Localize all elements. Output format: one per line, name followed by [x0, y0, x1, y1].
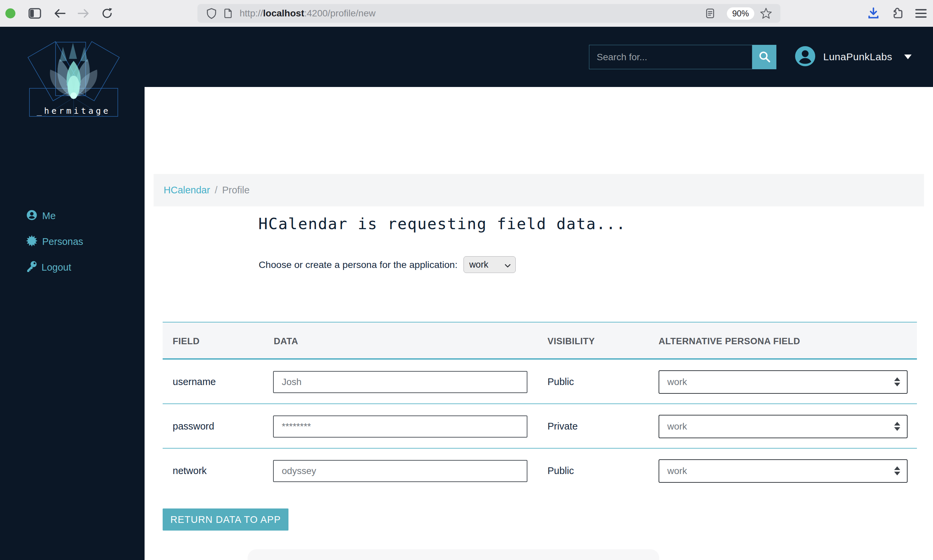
- search-bar: [589, 45, 776, 69]
- alt-persona-value: work: [667, 466, 687, 476]
- persona-select-value: work: [469, 260, 488, 270]
- table-row: username Public work: [163, 360, 917, 404]
- breadcrumb: HCalendar / Profile: [154, 174, 924, 206]
- alt-persona-select[interactable]: work: [659, 459, 908, 483]
- alt-persona-value: work: [667, 377, 687, 388]
- personas-badge-icon: [26, 235, 37, 248]
- persona-select[interactable]: work: [463, 256, 516, 273]
- table-row: network Public work: [163, 449, 917, 493]
- breadcrumb-page: Profile: [222, 185, 249, 196]
- logo-text: _hermitage: [37, 106, 111, 116]
- alt-persona-select[interactable]: work: [659, 415, 908, 438]
- page-icon[interactable]: [221, 4, 236, 23]
- alt-persona-value: work: [667, 421, 687, 432]
- sidebar-item-me[interactable]: Me: [26, 209, 55, 222]
- user-menu[interactable]: LunaPunkLabs: [794, 46, 911, 68]
- avatar-icon: [794, 46, 816, 68]
- column-header-visibility: VISIBILITY: [548, 323, 595, 360]
- breadcrumb-separator: /: [215, 185, 217, 196]
- field-data-input[interactable]: [273, 460, 527, 482]
- select-chevron-icon: [505, 260, 511, 270]
- persona-label: Choose or create a persona for the appli…: [259, 259, 457, 270]
- visibility-value: Public: [548, 449, 574, 493]
- sidebar-item-label: Logout: [42, 262, 71, 273]
- column-header-data: DATA: [274, 323, 298, 360]
- table-header-row: FIELD DATA VISIBILITY ALTERNATIVE PERSON…: [163, 322, 917, 360]
- field-name: password: [173, 404, 214, 449]
- sidebar: _hermitage Me Personas Logout: [0, 27, 145, 560]
- select-sorter-icon: [894, 422, 900, 431]
- sidebar-toggle-icon[interactable]: [25, 0, 44, 27]
- username-label: LunaPunkLabs: [823, 51, 892, 63]
- person-circle-icon: [26, 209, 37, 222]
- shield-icon[interactable]: [202, 4, 221, 23]
- bookmark-star-icon[interactable]: [754, 4, 778, 23]
- sidebar-item-label: Me: [42, 211, 55, 222]
- extensions-icon[interactable]: [887, 0, 908, 27]
- url-text[interactable]: http://localhost:4200/profile/new: [240, 8, 376, 19]
- menu-icon[interactable]: [911, 0, 931, 27]
- zoom-level-badge[interactable]: 90%: [727, 8, 754, 20]
- sidebar-item-label: Personas: [42, 236, 83, 247]
- visibility-value: Private: [548, 404, 577, 449]
- alt-persona-select[interactable]: work: [659, 370, 908, 394]
- return-data-button[interactable]: RETURN DATA TO APP: [163, 508, 288, 531]
- main-content: HCalendar / Profile HCalendar is request…: [145, 87, 933, 560]
- field-table: FIELD DATA VISIBILITY ALTERNATIVE PERSON…: [163, 322, 917, 493]
- forward-icon: [74, 0, 93, 27]
- download-icon[interactable]: [864, 0, 884, 27]
- search-icon: [758, 50, 771, 64]
- field-data-input[interactable]: [273, 415, 527, 438]
- sidebar-item-personas[interactable]: Personas: [26, 235, 83, 248]
- window-traffic-light[interactable]: [5, 8, 15, 18]
- page-title: HCalendar is requesting field data...: [258, 215, 626, 233]
- persona-chooser: Choose or create a persona for the appli…: [259, 256, 516, 273]
- back-icon[interactable]: [50, 0, 69, 27]
- visibility-value: Public: [548, 360, 574, 404]
- select-sorter-icon: [894, 466, 900, 475]
- browser-toolbar: http://localhost:4200/profile/new 90%: [0, 0, 933, 27]
- reload-icon[interactable]: [98, 0, 117, 27]
- select-sorter-icon: [894, 377, 900, 386]
- key-icon: [26, 261, 37, 274]
- column-header-field: FIELD: [173, 323, 200, 360]
- breadcrumb-app-link[interactable]: HCalendar: [164, 185, 210, 196]
- app-window: http://localhost:4200/profile/new 90%: [0, 0, 933, 560]
- caret-down-icon: [904, 54, 911, 59]
- column-header-alt-persona: ALTERNATIVE PERSONA FIELD: [659, 323, 800, 360]
- field-data-input[interactable]: [273, 371, 527, 393]
- search-input[interactable]: [589, 45, 752, 69]
- field-name: username: [173, 360, 216, 404]
- reader-mode-icon[interactable]: [703, 4, 717, 23]
- url-bar[interactable]: http://localhost:4200/profile/new 90%: [197, 4, 781, 23]
- footer-panel: [248, 549, 659, 560]
- hermitage-logo[interactable]: _hermitage: [20, 38, 127, 122]
- sidebar-item-logout[interactable]: Logout: [26, 261, 71, 274]
- field-name: network: [173, 449, 207, 493]
- table-row: password Private work: [163, 404, 917, 449]
- search-button[interactable]: [752, 45, 776, 69]
